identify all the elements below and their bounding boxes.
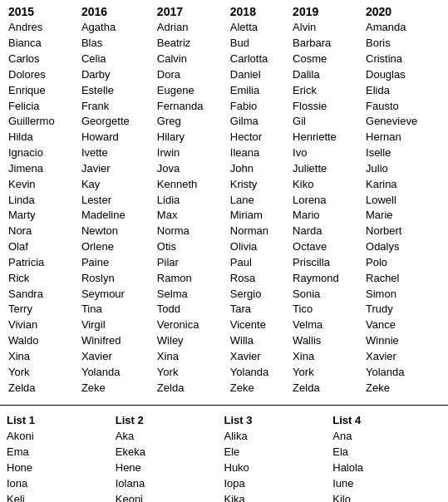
list-item: Iolana <box>116 475 224 491</box>
year-header-2017: 2017 <box>154 3 227 20</box>
name-cell: Marie <box>362 208 443 224</box>
name-cell: Carlos <box>5 52 78 67</box>
name-cell: Alvin <box>289 20 362 36</box>
name-cell: Dolores <box>5 67 78 83</box>
name-cell: Paine <box>78 255 154 271</box>
name-cell: Kenneth <box>154 177 227 193</box>
name-cell: Bianca <box>5 36 78 52</box>
name-cell: Rosa <box>227 271 289 287</box>
name-cell: Genevieve <box>362 114 443 130</box>
name-cell: Orlene <box>78 239 154 255</box>
name-cell: Sonia <box>289 287 362 303</box>
name-cell: Darby <box>78 67 154 83</box>
list-item: Aka <box>116 428 224 444</box>
list-header-2: List 2 <box>116 414 224 426</box>
name-cell: Hector <box>227 130 289 145</box>
list-header-1: List 1 <box>7 414 116 426</box>
name-cell: Fernanda <box>154 99 227 115</box>
name-cell: Kiko <box>289 177 362 193</box>
name-cell: Trudy <box>362 302 443 317</box>
name-cell: Simon <box>362 287 443 303</box>
name-cell: Erick <box>289 83 362 99</box>
name-cell: Fabio <box>227 99 289 115</box>
name-cell: Virgil <box>78 317 154 333</box>
name-cell: Tara <box>227 302 289 317</box>
year-header-2015: 2015 <box>5 3 78 20</box>
name-cell: Agatha <box>78 20 154 36</box>
name-cell: Blas <box>78 36 154 52</box>
name-cell: Lester <box>78 193 154 209</box>
name-cell: Barbara <box>289 36 362 52</box>
list-item: Akoni <box>7 428 116 444</box>
name-cell: Raymond <box>289 271 362 287</box>
name-cell: Zeke <box>78 381 154 396</box>
name-cell: Olivia <box>227 239 289 255</box>
name-cell: Ignacio <box>5 145 78 161</box>
name-cell: Juliette <box>289 161 362 177</box>
name-cell: Wallis <box>289 333 362 349</box>
name-cell: York <box>5 365 78 381</box>
name-cell: Georgette <box>78 114 154 130</box>
name-cell: Henriette <box>289 130 362 145</box>
name-cell: Norbert <box>362 224 443 239</box>
name-cell: Vance <box>362 317 443 333</box>
name-cell: Gilma <box>227 114 289 130</box>
list-header-4: List 4 <box>332 414 441 426</box>
name-cell: Ramon <box>154 271 227 287</box>
name-cell: Ivette <box>78 145 154 161</box>
name-cell: Sergio <box>227 287 289 303</box>
name-cell: Yolanda <box>362 365 443 381</box>
name-cell: Patricia <box>5 255 78 271</box>
name-cell: Eugene <box>154 83 227 99</box>
name-cell: Elida <box>362 83 443 99</box>
list-header-3: List 3 <box>224 414 333 426</box>
list-item: Hone <box>7 460 116 475</box>
name-cell: Miriam <box>227 208 289 224</box>
name-cell: Greg <box>154 114 227 130</box>
name-cell: Lorena <box>289 193 362 209</box>
name-cell: Tina <box>78 302 154 317</box>
name-cell: Zelda <box>154 381 227 396</box>
name-cell: Paul <box>227 255 289 271</box>
name-cell: Yolanda <box>227 365 289 381</box>
name-cell: Xavier <box>227 349 289 365</box>
list-3: List 3AlikaEleHukoIopaKikaLanaMakaNekiOm… <box>224 414 333 502</box>
name-cell: Olaf <box>5 239 78 255</box>
name-cell: Todd <box>154 302 227 317</box>
name-cell: Dora <box>154 67 227 83</box>
name-cell: Xina <box>5 349 78 365</box>
name-cell: Jova <box>154 161 227 177</box>
name-cell: Kristy <box>227 177 289 193</box>
name-cell: Boris <box>362 36 443 52</box>
name-cell: Xina <box>289 349 362 365</box>
name-cell: Estelle <box>78 83 154 99</box>
name-cell: Wiley <box>154 333 227 349</box>
name-cell: Winnie <box>362 333 443 349</box>
name-cell: Javier <box>78 161 154 177</box>
name-cell: Frank <box>78 99 154 115</box>
name-cell: Norma <box>154 224 227 239</box>
name-cell: Hilary <box>154 130 227 145</box>
year-header-2018: 2018 <box>227 3 289 20</box>
list-item: Ema <box>7 444 116 460</box>
name-cell: Marty <box>5 208 78 224</box>
name-cell: Octave <box>289 239 362 255</box>
name-cell: Dalila <box>289 67 362 83</box>
name-cell: Tico <box>289 302 362 317</box>
name-cell: Willa <box>227 333 289 349</box>
year-header-2020: 2020 <box>362 3 443 20</box>
list-item: Keli <box>7 491 116 502</box>
name-cell: Winifred <box>78 333 154 349</box>
year-header-2016: 2016 <box>78 3 154 20</box>
name-cell: Julio <box>362 161 443 177</box>
name-cell: Hilda <box>5 130 78 145</box>
name-cell: Narda <box>289 224 362 239</box>
name-cell: Guillermo <box>5 114 78 130</box>
name-cell: Terry <box>5 302 78 317</box>
name-cell: Cosme <box>289 52 362 67</box>
name-cell: York <box>154 365 227 381</box>
name-cell: Emilia <box>227 83 289 99</box>
name-cell: Karina <box>362 177 443 193</box>
name-cell: Rick <box>5 271 78 287</box>
name-cell: Andres <box>5 20 78 36</box>
